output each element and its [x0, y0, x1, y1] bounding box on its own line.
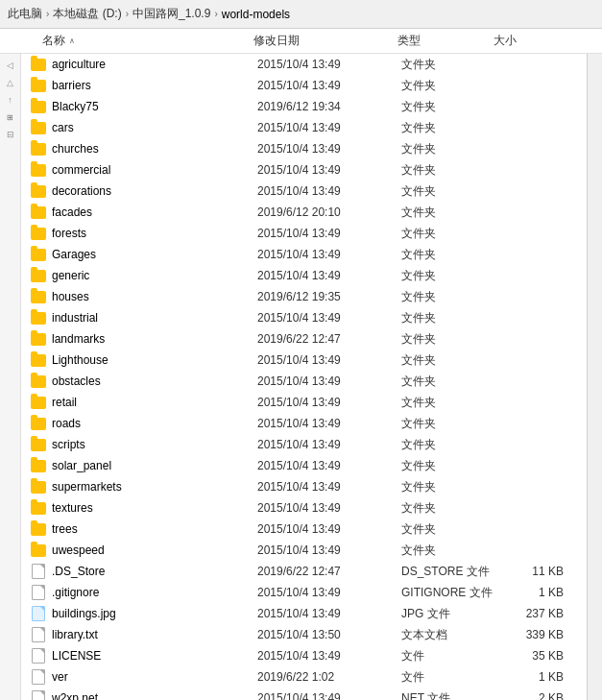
file-name: w2xp.net	[52, 691, 257, 700]
folder-icon	[31, 397, 46, 409]
file-icon	[29, 122, 48, 134]
strip-icon-4[interactable]: ⊞	[3, 109, 18, 125]
file-icon	[29, 185, 48, 198]
list-item[interactable]: solar_panel2015/10/4 13:49文件夹	[21, 455, 587, 476]
list-item[interactable]: forests2015/10/4 13:49文件夹	[21, 223, 587, 244]
file-name: houses	[52, 290, 257, 303]
list-item[interactable]: obstacles2015/10/4 13:49文件夹	[21, 371, 587, 392]
folder-icon	[31, 312, 46, 325]
file-date: 2015/10/4 13:49	[257, 184, 401, 198]
file-icon	[29, 143, 48, 156]
list-item[interactable]: roads2015/10/4 13:49文件夹	[21, 413, 587, 434]
file-type: 文本文档	[401, 627, 497, 643]
breadcrumb-sep-0: ›	[46, 9, 49, 19]
file-date: 2019/6/12 20:10	[257, 205, 401, 219]
breadcrumb-folder1[interactable]: 中国路网_1.0.9	[132, 6, 210, 22]
folder-icon	[31, 439, 46, 451]
file-name: textures	[52, 501, 257, 515]
file-type: 文件夹	[401, 120, 497, 136]
file-type: 文件夹	[401, 331, 497, 348]
file-name: ver	[52, 670, 257, 684]
file-icon	[29, 164, 48, 177]
list-item[interactable]: library.txt2015/10/4 13:50文本文档339 KB	[21, 624, 587, 645]
file-icon	[29, 481, 48, 494]
list-item[interactable]: buildings.jpg2015/10/4 13:49JPG 文件237 KB	[21, 603, 587, 624]
list-item[interactable]: barriers2015/10/4 13:49文件夹	[21, 75, 587, 96]
list-item[interactable]: industrial2015/10/4 13:49文件夹	[21, 307, 587, 328]
file-date: 2015/10/4 13:49	[257, 142, 401, 156]
file-type: GITIGNORE 文件	[401, 585, 497, 601]
file-type: 文件夹	[401, 543, 497, 559]
breadcrumb-drive[interactable]: 本地磁盘 (D:)	[53, 6, 121, 22]
file-name: roads	[52, 417, 257, 430]
list-item[interactable]: w2xp.net2015/10/4 13:49NET 文件2 KB	[21, 688, 587, 700]
list-item[interactable]: landmarks2019/6/22 12:47文件夹	[21, 328, 587, 350]
folder-icon	[31, 185, 46, 198]
list-item[interactable]: facades2019/6/12 20:10文件夹	[21, 202, 587, 223]
file-type: 文件夹	[401, 289, 497, 305]
list-item[interactable]: trees2015/10/4 13:49文件夹	[21, 519, 587, 540]
file-icon	[29, 59, 48, 71]
col-header-name[interactable]: 名称 ∧	[42, 33, 253, 49]
file-date: 2015/10/4 13:49	[257, 58, 401, 71]
list-item[interactable]: retail2015/10/4 13:49文件夹	[21, 392, 587, 413]
list-item[interactable]: houses2019/6/12 19:35文件夹	[21, 286, 587, 307]
file-type: DS_STORE 文件	[401, 564, 497, 580]
list-item[interactable]: LICENSE2015/10/4 13:49文件35 KB	[21, 645, 587, 666]
list-item[interactable]: cars2015/10/4 13:49文件夹	[21, 117, 587, 138]
folder-icon	[31, 502, 46, 515]
file-date: 2015/10/4 13:49	[257, 649, 401, 663]
file-type: 文件夹	[401, 141, 497, 157]
file-type: 文件	[401, 648, 497, 664]
file-icon	[29, 564, 48, 579]
file-icon	[29, 606, 48, 621]
file-size: 2 KB	[497, 691, 579, 700]
list-item[interactable]: Blacky752019/6/12 19:34文件夹	[21, 96, 587, 117]
list-item[interactable]: textures2015/10/4 13:49文件夹	[21, 497, 587, 519]
col-header-type[interactable]: 类型	[397, 33, 494, 49]
list-item[interactable]: generic2015/10/4 13:49文件夹	[21, 265, 587, 286]
list-item[interactable]: uwespeed2015/10/4 13:49文件夹	[21, 540, 587, 561]
scrollbar[interactable]	[587, 54, 602, 700]
list-item[interactable]: Garages2015/10/4 13:49文件夹	[21, 244, 587, 265]
col-header-date[interactable]: 修改日期	[253, 33, 397, 49]
file-type: 文件夹	[401, 247, 497, 263]
file-icon	[29, 544, 48, 557]
list-item[interactable]: scripts2015/10/4 13:49文件夹	[21, 434, 587, 455]
list-item[interactable]: .DS_Store2019/6/22 12:47DS_STORE 文件11 KB	[21, 561, 587, 582]
list-item[interactable]: commercial2015/10/4 13:49文件夹	[21, 159, 587, 181]
list-item[interactable]: churches2015/10/4 13:49文件夹	[21, 138, 587, 159]
breadcrumb-current[interactable]: world-models	[222, 8, 290, 21]
list-item[interactable]: .gitignore2015/10/4 13:49GITIGNORE 文件1 K…	[21, 582, 587, 603]
breadcrumb-this-pc[interactable]: 此电脑	[8, 6, 42, 22]
file-size: 1 KB	[497, 586, 579, 599]
list-item[interactable]: supermarkets2015/10/4 13:49文件夹	[21, 476, 587, 497]
file-icon	[29, 354, 48, 367]
list-item[interactable]: decorations2015/10/4 13:49文件夹	[21, 181, 587, 202]
file-date: 2019/6/22 1:02	[257, 670, 401, 684]
file-icon	[29, 397, 48, 409]
list-item[interactable]: Lighthouse2015/10/4 13:49文件夹	[21, 350, 587, 371]
file-name: retail	[52, 396, 257, 409]
generic-file-icon	[32, 627, 45, 642]
file-size: 339 KB	[497, 628, 579, 641]
file-name: LICENSE	[52, 649, 257, 663]
main-area: ◁ △ ↑ ⊞ ⊟ agriculture2015/10/4 13:49文件夹b…	[0, 54, 602, 700]
file-icon	[29, 206, 48, 219]
file-name: commercial	[52, 163, 257, 177]
list-item[interactable]: ver2019/6/22 1:02文件1 KB	[21, 666, 587, 688]
file-icon	[29, 690, 48, 700]
col-header-size[interactable]: 大小	[494, 33, 594, 49]
strip-icon-2: △	[3, 75, 18, 90]
file-name: Blacky75	[52, 100, 257, 113]
folder-icon	[31, 481, 46, 494]
jpg-icon	[32, 606, 45, 621]
file-date: 2015/10/4 13:49	[257, 501, 401, 515]
file-icon	[29, 270, 48, 282]
file-date: 2015/10/4 13:49	[257, 269, 401, 282]
list-item[interactable]: agriculture2015/10/4 13:49文件夹	[21, 54, 587, 75]
folder-icon	[31, 523, 46, 536]
file-icon	[29, 502, 48, 515]
file-icon	[29, 439, 48, 451]
folder-icon	[31, 375, 46, 388]
